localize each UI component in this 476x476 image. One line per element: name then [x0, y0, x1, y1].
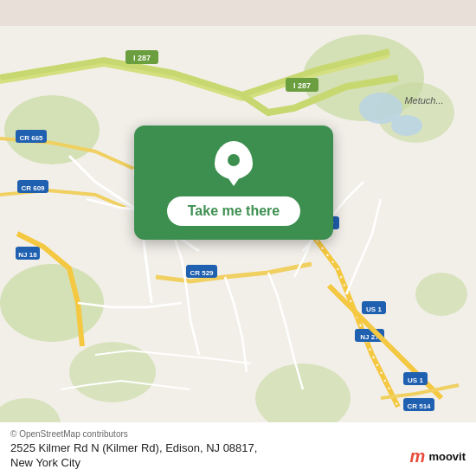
map-container: I 287 I 287 NJ 27 NJ 27 US 1 US 1 CR 529…	[0, 0, 476, 476]
location-pin-icon	[215, 141, 253, 179]
popup-card: Take me there	[134, 125, 333, 240]
svg-point-4	[0, 264, 104, 342]
take-me-there-button[interactable]: Take me there	[167, 196, 300, 226]
address-block: 2525 Kilmer Rd N (Kilmer Rd), Edison, NJ…	[10, 441, 257, 471]
svg-point-10	[391, 115, 422, 136]
bottom-footer: 2525 Kilmer Rd N (Kilmer Rd), Edison, NJ…	[10, 441, 466, 471]
svg-point-8	[415, 273, 467, 316]
svg-text:CR 529: CR 529	[190, 269, 214, 277]
moovit-m-icon: m	[410, 447, 426, 466]
svg-text:NJ 18: NJ 18	[18, 251, 37, 259]
moovit-brand-text: moovit	[428, 450, 466, 463]
address-line2: New York City	[10, 456, 257, 471]
svg-text:I 287: I 287	[293, 81, 311, 90]
svg-text:CR 514: CR 514	[407, 402, 431, 410]
svg-text:US 1: US 1	[366, 306, 382, 313]
copyright-text: © OpenStreetMap contributors	[10, 429, 466, 439]
address-line1: 2525 Kilmer Rd N (Kilmer Rd), Edison, NJ…	[10, 441, 257, 456]
svg-text:I 287: I 287	[133, 54, 151, 62]
pin-inner	[228, 154, 240, 166]
svg-text:CR 665: CR 665	[19, 134, 43, 142]
svg-text:CR 609: CR 609	[21, 184, 45, 192]
svg-text:Metuch...: Metuch...	[404, 95, 443, 106]
bottom-bar: © OpenStreetMap contributors 2525 Kilmer…	[0, 422, 476, 476]
svg-text:US 1: US 1	[408, 376, 423, 384]
moovit-logo: m moovit	[410, 447, 466, 466]
